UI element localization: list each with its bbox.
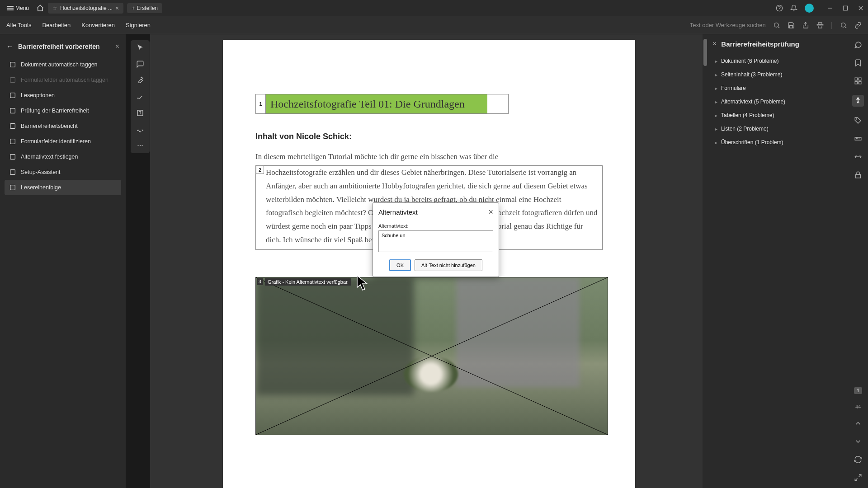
svg-rect-29 (859, 78, 861, 80)
item-icon (9, 184, 16, 191)
sidebar-item-2[interactable]: Leseoptionen (5, 88, 121, 103)
tag-icon[interactable] (854, 117, 862, 125)
ruler-icon[interactable] (854, 135, 862, 143)
lock-icon[interactable] (854, 171, 862, 179)
check-item-0[interactable]: ▸Dokument (6 Probleme) (712, 54, 844, 68)
svg-line-39 (859, 474, 861, 477)
skip-button[interactable]: Alt-Text nicht hinzufügen (415, 259, 482, 271)
svg-rect-8 (818, 26, 822, 28)
save-icon[interactable] (788, 22, 795, 29)
share-icon[interactable] (802, 22, 809, 29)
search-placeholder[interactable]: Text oder Werkzeuge suchen (690, 22, 766, 28)
check-item-2[interactable]: ▸Formulare (712, 81, 844, 95)
check-item-label: Dokument (6 Probleme) (721, 58, 778, 64)
ok-button[interactable]: OK (389, 259, 411, 271)
sidebar-item-3[interactable]: Prüfung der Barrierefreiheit (5, 103, 121, 118)
sidebar-item-4[interactable]: Barrierefreiheitsbericht (5, 118, 121, 134)
right-panel: × Barrierefreiheitsprüfung ▸Dokument (6 … (708, 34, 848, 488)
expand-icon[interactable] (854, 474, 862, 482)
chevron-right-icon: ▸ (715, 86, 717, 91)
avatar[interactable] (805, 4, 814, 13)
more-icon[interactable] (136, 141, 144, 150)
check-item-1[interactable]: ▸Seiteninhalt (3 Probleme) (712, 68, 844, 81)
help-icon[interactable] (776, 5, 783, 12)
create-button[interactable]: + Erstellen (127, 3, 162, 13)
chevron-right-icon: ▸ (715, 140, 717, 145)
chevron-down-icon[interactable] (854, 437, 862, 446)
chat-icon[interactable] (854, 41, 862, 49)
page-current[interactable]: 1 (854, 387, 862, 394)
tag-number-1: 1 (256, 94, 266, 113)
chevron-right-icon: ▸ (715, 113, 717, 118)
sidebar-item-label: Leseoptionen (21, 92, 55, 99)
accessibility-icon[interactable] (852, 95, 864, 107)
edit-button[interactable]: Bearbeiten (42, 22, 71, 28)
find-icon[interactable] (840, 22, 847, 29)
sidebar-item-8[interactable]: Lesereihenfolge (5, 180, 121, 195)
dialog-title: Alternativtext (378, 208, 488, 216)
vertical-scrollbar[interactable] (703, 34, 708, 488)
sidebar-item-7[interactable]: Setup-Assistent (5, 164, 121, 180)
sidebar-item-0[interactable]: Dokument automatisch taggen (5, 57, 121, 72)
draw-icon[interactable] (136, 93, 144, 101)
back-arrow-icon[interactable]: ← (6, 42, 14, 51)
swap-icon[interactable] (854, 153, 862, 161)
check-item-4[interactable]: ▸Tabellen (4 Probleme) (712, 108, 844, 122)
convert-button[interactable]: Konvertieren (81, 22, 115, 28)
chevron-up-icon[interactable] (854, 419, 862, 427)
minimize-icon[interactable] (826, 5, 834, 12)
left-panel: ← Barrierefreiheit vorbereiten × Dokumen… (0, 34, 126, 488)
sidebar-item-5[interactable]: Formularfelder identifizieren (5, 134, 121, 149)
check-item-label: Listen (2 Probleme) (721, 126, 769, 132)
sidebar-item-6[interactable]: Alternativtext festlegen (5, 149, 121, 164)
svg-rect-19 (10, 185, 15, 190)
item-icon (9, 107, 16, 114)
dialog-close-icon[interactable]: × (488, 207, 493, 217)
highlight-icon[interactable] (136, 76, 144, 84)
svg-line-6 (778, 26, 779, 28)
sign-button[interactable]: Signieren (126, 22, 151, 28)
grid-icon[interactable] (854, 77, 862, 85)
alt-text-input[interactable]: Schuhe un (378, 230, 493, 252)
check-item-5[interactable]: ▸Listen (2 Probleme) (712, 122, 844, 136)
wedding-image (256, 277, 608, 435)
sign-icon[interactable] (136, 125, 144, 133)
item-icon (9, 169, 16, 176)
sidebar-item-label: Setup-Assistent (21, 169, 61, 175)
print-icon[interactable] (816, 22, 824, 29)
toolbar: Alle Tools Bearbeiten Konvertieren Signi… (0, 16, 868, 34)
maximize-icon[interactable] (842, 5, 849, 12)
home-icon[interactable] (36, 4, 44, 12)
bookmark-icon[interactable] (854, 59, 862, 67)
heading-tag-box[interactable]: 1 Hochzeitsfotografie Teil 01: Die Grund… (255, 94, 509, 114)
document-tab[interactable]: ☆ Hochzeitsfotografie ... × (48, 3, 123, 14)
menu-button[interactable]: Menü (4, 3, 33, 13)
link-icon[interactable] (854, 22, 862, 29)
comment-icon[interactable] (136, 60, 144, 68)
close-icon[interactable] (857, 5, 864, 12)
svg-rect-38 (856, 174, 861, 178)
panel-close-icon[interactable]: × (115, 42, 119, 51)
tab-close-icon[interactable]: × (115, 5, 119, 12)
search-icon[interactable] (773, 22, 780, 29)
all-tools-button[interactable]: Alle Tools (6, 22, 31, 28)
sidebar-item-label: Barrierefreiheitsbericht (21, 123, 78, 129)
chevron-right-icon: ▸ (715, 99, 717, 104)
item-icon (9, 92, 16, 99)
tag-number-3: 3 (257, 278, 263, 285)
bell-icon[interactable] (790, 5, 797, 12)
right-rail: 1 44 (848, 34, 868, 488)
pointer-icon[interactable] (136, 44, 144, 52)
text-icon[interactable] (136, 109, 144, 117)
svg-rect-13 (10, 93, 15, 98)
right-panel-title: Barrierefreiheitsprüfung (721, 40, 799, 48)
image-tag-box[interactable]: 3 Grafik - Kein Alternativtext verfügbar… (255, 277, 608, 435)
right-panel-close-icon[interactable]: × (712, 40, 717, 48)
refresh-icon[interactable] (854, 455, 862, 464)
check-item-6[interactable]: ▸Überschriften (1 Problem) (712, 136, 844, 149)
tag-number-2: 2 (256, 166, 264, 174)
item-icon (9, 122, 16, 130)
check-item-3[interactable]: ▸Alternativtext (5 Probleme) (712, 95, 844, 108)
svg-point-33 (856, 119, 857, 120)
menu-label: Menü (15, 5, 29, 11)
